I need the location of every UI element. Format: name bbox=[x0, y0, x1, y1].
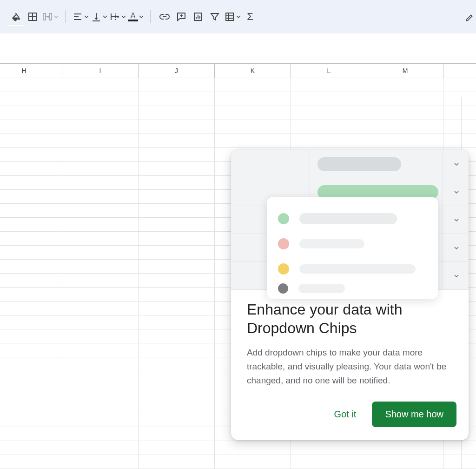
cell[interactable] bbox=[0, 92, 62, 106]
cell[interactable] bbox=[139, 92, 215, 106]
cell[interactable] bbox=[291, 120, 367, 134]
cell[interactable] bbox=[139, 162, 215, 175]
cell[interactable] bbox=[62, 134, 139, 147]
cell[interactable] bbox=[443, 120, 476, 134]
cell[interactable] bbox=[0, 232, 62, 245]
cell[interactable] bbox=[291, 134, 367, 147]
cell[interactable] bbox=[0, 427, 62, 441]
cell[interactable] bbox=[0, 288, 62, 301]
cell[interactable] bbox=[139, 413, 215, 427]
cell[interactable] bbox=[139, 274, 215, 287]
cell[interactable] bbox=[62, 204, 139, 217]
cell[interactable] bbox=[0, 302, 62, 315]
cell[interactable] bbox=[215, 106, 291, 120]
cell[interactable] bbox=[62, 357, 139, 371]
cell[interactable] bbox=[62, 399, 139, 413]
cell[interactable] bbox=[367, 441, 443, 455]
cell[interactable] bbox=[62, 190, 139, 203]
column-header[interactable]: J bbox=[139, 64, 215, 78]
cell[interactable] bbox=[139, 302, 215, 315]
cell[interactable] bbox=[215, 92, 291, 106]
cell[interactable] bbox=[443, 78, 476, 92]
cell[interactable] bbox=[367, 455, 443, 469]
cell[interactable] bbox=[0, 190, 62, 203]
cell[interactable] bbox=[62, 78, 139, 92]
cell[interactable] bbox=[139, 120, 215, 134]
cell[interactable] bbox=[62, 176, 139, 189]
cell[interactable] bbox=[139, 399, 215, 413]
cell[interactable] bbox=[62, 288, 139, 301]
cell[interactable] bbox=[62, 246, 139, 259]
cell[interactable] bbox=[139, 134, 215, 147]
cell[interactable] bbox=[291, 106, 367, 120]
cell[interactable] bbox=[0, 413, 62, 427]
insert-link-button[interactable] bbox=[157, 7, 172, 26]
cell[interactable] bbox=[139, 204, 215, 217]
cell[interactable] bbox=[139, 148, 215, 161]
cell[interactable] bbox=[139, 106, 215, 120]
cell[interactable] bbox=[139, 232, 215, 245]
table-row[interactable] bbox=[0, 134, 476, 148]
cell[interactable] bbox=[62, 106, 139, 120]
cell[interactable] bbox=[0, 260, 62, 273]
cell[interactable] bbox=[215, 455, 291, 469]
vertical-align-button[interactable] bbox=[91, 7, 107, 26]
cell[interactable] bbox=[367, 78, 443, 92]
functions-button[interactable]: Σ bbox=[243, 7, 258, 26]
cell[interactable] bbox=[139, 190, 215, 203]
cell[interactable] bbox=[62, 413, 139, 427]
cell[interactable] bbox=[367, 120, 443, 134]
column-header[interactable] bbox=[443, 64, 476, 78]
cell[interactable] bbox=[139, 260, 215, 273]
cell[interactable] bbox=[62, 162, 139, 175]
cell[interactable] bbox=[0, 120, 62, 134]
cell[interactable] bbox=[62, 274, 139, 287]
cell[interactable] bbox=[0, 162, 62, 175]
cell[interactable] bbox=[443, 92, 476, 106]
table-row[interactable] bbox=[0, 106, 476, 120]
got-it-button[interactable]: Got it bbox=[325, 403, 366, 425]
cell[interactable] bbox=[62, 232, 139, 245]
cell[interactable] bbox=[62, 92, 139, 106]
cell[interactable] bbox=[139, 385, 215, 399]
cell[interactable] bbox=[0, 455, 62, 469]
cell[interactable] bbox=[139, 343, 215, 357]
merge-cells-button[interactable] bbox=[42, 7, 59, 26]
cell[interactable] bbox=[367, 92, 443, 106]
cell[interactable] bbox=[62, 120, 139, 134]
cell[interactable] bbox=[0, 78, 62, 92]
cell[interactable] bbox=[0, 148, 62, 161]
column-header[interactable]: K bbox=[215, 64, 291, 78]
cell[interactable] bbox=[139, 246, 215, 259]
cell[interactable] bbox=[62, 455, 139, 469]
cell[interactable] bbox=[443, 106, 476, 120]
cell[interactable] bbox=[215, 134, 291, 147]
cell[interactable] bbox=[62, 260, 139, 273]
cell[interactable] bbox=[0, 357, 62, 371]
cell[interactable] bbox=[62, 218, 139, 231]
cell[interactable] bbox=[0, 371, 62, 385]
table-row[interactable] bbox=[0, 120, 476, 134]
cell[interactable] bbox=[0, 218, 62, 231]
horizontal-align-button[interactable] bbox=[72, 7, 89, 26]
cell[interactable] bbox=[139, 288, 215, 301]
cell[interactable] bbox=[139, 218, 215, 231]
table-row[interactable] bbox=[0, 92, 476, 106]
table-row[interactable] bbox=[0, 455, 476, 469]
cell[interactable] bbox=[139, 315, 215, 329]
cell[interactable] bbox=[215, 120, 291, 134]
cell[interactable] bbox=[0, 176, 62, 189]
cell[interactable] bbox=[62, 329, 139, 343]
cell[interactable] bbox=[367, 134, 443, 147]
cell[interactable] bbox=[62, 315, 139, 329]
cell[interactable] bbox=[139, 176, 215, 189]
cell[interactable] bbox=[291, 92, 367, 106]
cell[interactable] bbox=[139, 371, 215, 385]
cell[interactable] bbox=[0, 315, 62, 329]
cell[interactable] bbox=[139, 78, 215, 92]
cell[interactable] bbox=[62, 441, 139, 455]
cell[interactable] bbox=[62, 385, 139, 399]
cell[interactable] bbox=[62, 148, 139, 161]
cell[interactable] bbox=[215, 441, 291, 455]
text-rotation-button[interactable]: A bbox=[128, 7, 144, 26]
